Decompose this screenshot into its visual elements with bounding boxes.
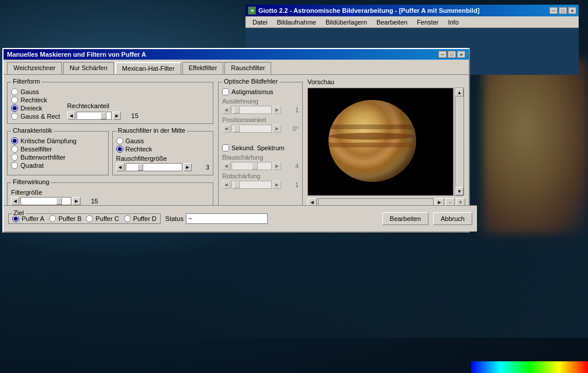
- radio-kritische-dampfung[interactable]: Kritische Dämpfung: [11, 137, 105, 144]
- ziel-label: Ziel: [12, 209, 25, 216]
- radio-rechteck-input[interactable]: [11, 96, 18, 103]
- blauscharfung-value: 4: [282, 163, 299, 170]
- radio-gauss-rect[interactable]: Gauss & Rect: [11, 113, 60, 120]
- radio-quadrat-input[interactable]: [11, 162, 18, 169]
- abbruch-button[interactable]: Abbruch: [433, 212, 472, 225]
- close-button[interactable]: ×: [568, 7, 576, 14]
- bottom-bar: Ziel Puffer A Puffer B Puffer C Puffer D…: [4, 205, 477, 232]
- radio-puffer-d[interactable]: Puffer D: [124, 215, 157, 222]
- menu-bearbeiten[interactable]: Bearbeiten: [372, 18, 412, 27]
- positionswinkel-section: Positionswinkel ◄ ► 0°: [222, 116, 299, 133]
- radio-rausch-rechteck[interactable]: Rechteck: [116, 146, 210, 153]
- rotscharfung-track[interactable]: [231, 181, 272, 189]
- radio-quadrat[interactable]: Quadrat: [11, 162, 105, 169]
- tab-mexican-hat-filter[interactable]: Mexican-Hat-Filter: [115, 62, 181, 74]
- radio-puffer-d-input[interactable]: [124, 215, 131, 222]
- scroll-up-btn[interactable]: ▲: [455, 88, 464, 96]
- radio-rausch-gauss-input[interactable]: [116, 137, 123, 144]
- positionswinkel-track[interactable]: [231, 125, 272, 133]
- filtergroesse-slider: ◄ ► 15: [11, 197, 98, 205]
- bearbeiten-button[interactable]: Bearbeiten: [382, 212, 428, 225]
- radio-rausch-gauss[interactable]: Gauss: [116, 137, 210, 144]
- ausdehnung-value: 1: [282, 106, 299, 113]
- background-planet: [483, 58, 588, 234]
- scroll-down-btn[interactable]: ▼: [455, 187, 464, 195]
- radio-puffer-c[interactable]: Puffer C: [86, 215, 119, 222]
- blauscharfung-increase[interactable]: ►: [273, 162, 281, 170]
- jupiter-band-2: [328, 143, 416, 147]
- rechteckanteil-section: Rechteckanteil ◄ ► 15: [67, 88, 139, 120]
- blauscharfung-track[interactable]: [231, 162, 272, 170]
- filtergroesse-track[interactable]: [20, 197, 71, 205]
- menu-datei[interactable]: Datei: [248, 18, 272, 27]
- menu-bildaufnahme[interactable]: Bildaufnahme: [272, 18, 321, 27]
- charakteristik-rausch-row: Charakteristik Kritische Dämpfung Bessel…: [7, 127, 213, 175]
- positionswinkel-increase[interactable]: ►: [273, 125, 281, 133]
- rotscharfung-decrease[interactable]: ◄: [222, 181, 230, 189]
- radio-gauss-input[interactable]: [11, 88, 18, 95]
- radio-dreieck-input[interactable]: [11, 105, 18, 112]
- radio-bessel-input[interactable]: [11, 146, 18, 153]
- tab-weichzeichner[interactable]: Weichzeichner: [7, 62, 62, 74]
- radio-puffer-b-input[interactable]: [49, 215, 56, 222]
- rechteckanteil-increase[interactable]: ►: [113, 112, 121, 120]
- filtergroesse-decrease[interactable]: ◄: [11, 197, 19, 205]
- filtergroesse-section: Filtergröße ◄ ► 15: [11, 189, 98, 205]
- radio-kritische-input[interactable]: [11, 137, 18, 144]
- ausdehnung-track[interactable]: [231, 106, 272, 114]
- blauscharfung-section: Blauschärfung ◄ ► 4: [222, 154, 299, 170]
- filterform-title: Filterform: [11, 78, 41, 85]
- rechteckanteil-decrease[interactable]: ◄: [67, 112, 75, 120]
- rauschfilter-mitte-group: Rauschfilter in der Mitte Gauss Rechteck…: [112, 131, 214, 175]
- ausdehnung-increase[interactable]: ►: [273, 106, 281, 114]
- radio-puffer-c-input[interactable]: [86, 215, 93, 222]
- rotscharfung-increase[interactable]: ►: [273, 181, 281, 189]
- radio-rausch-rechteck-input[interactable]: [116, 146, 123, 153]
- blauscharfung-slider: ◄ ► 4: [222, 162, 299, 170]
- minimize-button[interactable]: ─: [549, 7, 558, 14]
- app-menubar: Datei Bildaufnahme Bildüberlagern Bearbe…: [245, 16, 579, 28]
- tab-bar: Weichzeichner Nur Schärfen Mexican-Hat-F…: [4, 60, 469, 74]
- optische-bildfehler-title: Optische Bildfehler: [222, 78, 279, 85]
- rechteckanteil-label: Rechteckanteil: [67, 102, 139, 109]
- tab-nur-scharfen[interactable]: Nur Schärfen: [63, 62, 114, 74]
- menu-fenster[interactable]: Fenster: [412, 18, 443, 27]
- menu-bilduberlagern[interactable]: Bildüberlagern: [321, 18, 372, 27]
- blauscharfung-decrease[interactable]: ◄: [222, 162, 230, 170]
- radio-gauss-rect-input[interactable]: [11, 113, 18, 120]
- rechteckanteil-track[interactable]: [77, 112, 112, 120]
- radio-puffer-b[interactable]: Puffer B: [49, 215, 82, 222]
- ausdehnung-section: Ausdehnung ◄ ► 1: [222, 98, 299, 114]
- rauschfiltergroesse-track[interactable]: [126, 163, 183, 171]
- rauschfilter-mitte-title: Rauschfilter in der Mitte: [116, 127, 188, 134]
- rotscharfung-slider: ◄ ► 1: [222, 181, 299, 189]
- radio-rechteck[interactable]: Rechteck: [11, 96, 60, 103]
- astigmatismus-label: Astigmatismus: [231, 88, 274, 95]
- radio-butterworth[interactable]: Butterworthfilter: [11, 154, 105, 161]
- tab-rauschfilter[interactable]: Rauschfilter: [224, 62, 271, 74]
- positionswinkel-value: 0°: [282, 125, 299, 132]
- sekund-spektrum-checkbox[interactable]: [222, 144, 229, 151]
- sekund-spektrum-label: Sekund. Spektrum: [231, 144, 285, 151]
- rauschfiltergroesse-decrease[interactable]: ◄: [116, 163, 124, 171]
- positionswinkel-decrease[interactable]: ◄: [222, 125, 230, 133]
- jupiter-band-3: [328, 125, 416, 129]
- maximize-button[interactable]: □: [559, 7, 567, 14]
- dialog-close-button[interactable]: ×: [457, 51, 465, 58]
- rauschfiltergroesse-increase[interactable]: ►: [184, 163, 192, 171]
- preview-scrollbar-v[interactable]: ▲ ▼: [455, 88, 464, 196]
- tab-effektfilter[interactable]: Effektfilter: [182, 62, 224, 74]
- status-input[interactable]: [186, 213, 268, 224]
- filtergroesse-increase[interactable]: ►: [72, 197, 81, 205]
- radio-butter-input[interactable]: [11, 154, 18, 161]
- radio-dreieck[interactable]: Dreieck: [11, 105, 60, 112]
- radio-gauss[interactable]: Gauss: [11, 88, 60, 95]
- sekund-spektrum-check[interactable]: Sekund. Spektrum: [222, 144, 299, 151]
- menu-info[interactable]: Info: [443, 18, 463, 27]
- radio-besselfilter[interactable]: Besselfilter: [11, 146, 105, 153]
- astigmatismus-checkbox[interactable]: [222, 88, 229, 95]
- dialog-minimize-button[interactable]: ─: [438, 51, 447, 58]
- astigmatismus-check[interactable]: Astigmatismus: [222, 88, 299, 95]
- dialog-maximize-button[interactable]: □: [448, 51, 456, 58]
- ausdehnung-decrease[interactable]: ◄: [222, 106, 230, 114]
